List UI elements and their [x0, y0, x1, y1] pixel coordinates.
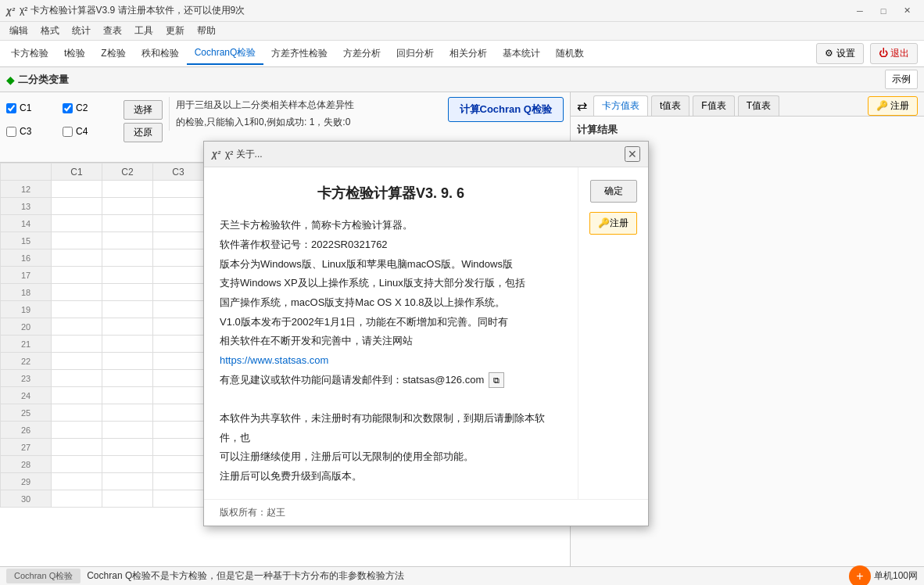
dialog-register-button[interactable]: 🔑注册	[589, 212, 637, 235]
cell[interactable]	[153, 370, 204, 387]
c4-checkbox[interactable]	[63, 127, 73, 137]
cell[interactable]	[52, 370, 102, 387]
website-link[interactable]: https://www.statsas.com	[220, 354, 328, 366]
checkbox-c1[interactable]: C1	[6, 97, 61, 119]
confirm-button[interactable]: 确定	[590, 180, 637, 203]
tab-chisq-table[interactable]: 卡方值表	[593, 95, 648, 116]
cell[interactable]	[52, 387, 102, 404]
menu-table[interactable]: 查表	[97, 23, 128, 39]
copy-email-button[interactable]: ⧉	[489, 372, 504, 388]
cell[interactable]	[102, 267, 153, 284]
settings-button[interactable]: ⚙ 设置	[816, 43, 863, 64]
tab-suijishu[interactable]: 随机数	[548, 43, 592, 64]
maximize-button[interactable]: □	[872, 2, 894, 20]
cell[interactable]	[52, 232, 102, 249]
cell[interactable]	[52, 267, 102, 284]
cell[interactable]	[102, 215, 153, 232]
cell[interactable]	[52, 336, 102, 353]
cell[interactable]	[52, 318, 102, 336]
cell[interactable]	[153, 473, 204, 490]
checkbox-c3[interactable]: C3	[6, 120, 61, 142]
cell[interactable]	[52, 301, 102, 318]
cell[interactable]	[102, 370, 153, 387]
cell[interactable]	[153, 353, 204, 370]
cell[interactable]	[52, 181, 102, 198]
cell[interactable]	[153, 336, 204, 353]
cell[interactable]	[52, 473, 102, 490]
cell[interactable]	[102, 439, 153, 456]
menu-edit[interactable]: 编辑	[3, 23, 34, 39]
cell[interactable]	[102, 456, 153, 473]
cell[interactable]	[153, 215, 204, 232]
sync-icon[interactable]: ⇄	[577, 99, 587, 113]
tab-cochranq[interactable]: CochranQ检验	[187, 42, 264, 65]
cell[interactable]	[52, 249, 102, 267]
cell[interactable]	[102, 353, 153, 370]
col-header-c1[interactable]: C1	[52, 163, 102, 181]
menu-help[interactable]: 帮助	[191, 23, 222, 39]
cell[interactable]	[102, 336, 153, 353]
cell[interactable]	[153, 387, 204, 404]
cell[interactable]	[102, 387, 153, 404]
tab-t-table[interactable]: t值表	[651, 95, 689, 116]
cell[interactable]	[153, 232, 204, 249]
tab-f-table[interactable]: F值表	[693, 95, 734, 116]
exit-button[interactable]: ⏻ 退出	[870, 43, 918, 64]
cell[interactable]	[153, 439, 204, 456]
cell[interactable]	[153, 267, 204, 284]
cell[interactable]	[153, 456, 204, 473]
cell[interactable]	[52, 439, 102, 456]
cell[interactable]	[102, 249, 153, 267]
menu-format[interactable]: 格式	[34, 23, 66, 39]
col-header-c3[interactable]: C3	[153, 163, 204, 181]
c1-checkbox[interactable]	[6, 103, 16, 113]
cell[interactable]	[153, 318, 204, 336]
c3-checkbox[interactable]	[6, 127, 16, 137]
cell[interactable]	[153, 301, 204, 318]
checkbox-c4[interactable]: C4	[63, 120, 117, 142]
minimize-button[interactable]: ─	[849, 2, 871, 20]
cell[interactable]	[153, 181, 204, 198]
cell[interactable]	[102, 318, 153, 336]
cell[interactable]	[102, 284, 153, 301]
tab-T-table[interactable]: T值表	[738, 95, 779, 116]
cell[interactable]	[102, 473, 153, 490]
cell[interactable]	[102, 198, 153, 215]
cell[interactable]	[52, 456, 102, 473]
select-button[interactable]: 选择	[124, 100, 163, 120]
menu-tools[interactable]: 工具	[128, 23, 159, 39]
tab-huigui[interactable]: 回归分析	[389, 43, 442, 64]
cell[interactable]	[153, 249, 204, 267]
restore-button[interactable]: 还原	[124, 123, 163, 142]
tab-t[interactable]: t检验	[56, 43, 93, 64]
cell[interactable]	[52, 353, 102, 370]
tab-fancha-qixing[interactable]: 方差齐性检验	[263, 43, 335, 64]
example-button[interactable]: 示例	[885, 70, 918, 89]
tab-xiangguan[interactable]: 相关分析	[442, 43, 495, 64]
checkbox-c2[interactable]: C2	[63, 97, 117, 119]
cell[interactable]	[153, 198, 204, 215]
cell[interactable]	[102, 301, 153, 318]
dialog-close-button[interactable]: ✕	[625, 146, 640, 162]
register-button[interactable]: 🔑 注册	[868, 96, 918, 116]
cell[interactable]	[153, 422, 204, 439]
cell[interactable]	[52, 422, 102, 439]
tab-jiben[interactable]: 基本统计	[495, 43, 548, 64]
tab-z[interactable]: Z检验	[93, 43, 133, 64]
tab-kafang[interactable]: 卡方检验	[3, 43, 56, 64]
cell[interactable]	[102, 181, 153, 198]
cell[interactable]	[52, 284, 102, 301]
col-header-c2[interactable]: C2	[102, 163, 153, 181]
close-button[interactable]: ✕	[896, 2, 918, 20]
tab-zhihe[interactable]: 秩和检验	[134, 43, 187, 64]
cell[interactable]	[52, 404, 102, 422]
menu-update[interactable]: 更新	[159, 23, 191, 39]
cell[interactable]	[52, 490, 102, 508]
tab-fancha-fenxi[interactable]: 方差分析	[335, 43, 389, 64]
cell[interactable]	[102, 404, 153, 422]
cell[interactable]	[153, 404, 204, 422]
c2-checkbox[interactable]	[63, 103, 73, 113]
cell[interactable]	[52, 198, 102, 215]
cell[interactable]	[153, 490, 204, 508]
cell[interactable]	[52, 215, 102, 232]
